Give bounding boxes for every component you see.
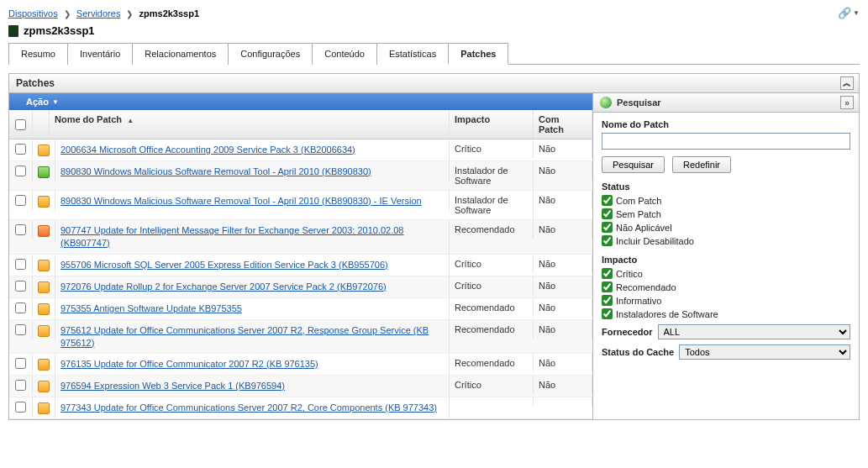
patch-patched: Não <box>534 220 592 239</box>
patch-patched: Não <box>534 255 592 273</box>
patch-impact: Recomendado <box>450 220 534 239</box>
col-header-icon <box>33 110 50 139</box>
row-checkbox[interactable] <box>15 224 26 235</box>
row-checkbox[interactable] <box>15 259 26 270</box>
patch-impact <box>450 397 534 406</box>
search-name-label: Nome do Patch <box>602 119 850 129</box>
tab-patches[interactable]: Patches <box>448 43 508 65</box>
action-label: Ação <box>26 97 49 107</box>
patch-patched: Não <box>534 276 592 295</box>
chk-recomendado-label: Recomendado <box>616 282 676 292</box>
reset-button[interactable]: Redefinir <box>672 156 731 173</box>
action-menu[interactable]: Ação ▼ <box>9 93 592 110</box>
sort-asc-icon: ▲ <box>127 117 134 124</box>
patch-name-link[interactable]: 975355 Antigen Software Update KB975355 <box>60 302 242 315</box>
patch-impact: Crítico <box>450 376 534 394</box>
chk-incluirdesab[interactable] <box>602 235 613 246</box>
patch-patched: Não <box>534 376 592 394</box>
patch-name-link[interactable]: 890830 Windows Malicious Software Remova… <box>60 166 371 178</box>
row-checkbox[interactable] <box>15 281 26 292</box>
patch-patched: Não <box>534 191 592 209</box>
patch-name-link[interactable]: 975612 Update for Office Communications … <box>60 324 444 350</box>
patch-status-icon <box>38 166 50 178</box>
patch-status-icon <box>38 325 50 337</box>
chevron-down-icon: ▼ <box>52 98 59 106</box>
patch-name-link[interactable]: 2006634 Microsoft Office Accounting 2009… <box>60 144 355 156</box>
search-name-input[interactable] <box>602 133 850 150</box>
chk-critico[interactable] <box>602 268 613 279</box>
patch-name-link[interactable]: 977343 Update for Office Communications … <box>60 402 437 414</box>
patch-status-icon <box>38 381 50 392</box>
row-checkbox[interactable] <box>15 166 26 176</box>
cache-label: Status do Cache <box>602 347 674 357</box>
chk-sempatch[interactable] <box>602 208 613 219</box>
row-checkbox[interactable] <box>15 380 26 391</box>
table-row: 907747 Update for Intelligent Message Fi… <box>9 220 592 255</box>
row-checkbox[interactable] <box>15 358 26 369</box>
patch-name-link[interactable]: 955706 Microsoft SQL Server 2005 Express… <box>60 259 388 271</box>
vendor-select[interactable]: ALL <box>658 324 850 339</box>
chk-recomendado[interactable] <box>602 281 613 292</box>
col-header-patched[interactable]: Com Patch <box>534 110 592 139</box>
tab-resumo[interactable]: Resumo <box>8 43 68 65</box>
patch-patched: Não <box>534 354 592 372</box>
search-panel-title: Pesquisar <box>617 97 661 108</box>
table-row: 976594 Expression Web 3 Service Pack 1 (… <box>9 376 592 397</box>
row-checkbox[interactable] <box>15 302 26 313</box>
patch-patched: Não <box>534 139 592 158</box>
chk-compatch-label: Com Patch <box>616 196 661 206</box>
table-row: 2006634 Microsoft Office Accounting 2009… <box>9 139 592 161</box>
tab-inventario[interactable]: Inventário <box>67 43 133 65</box>
patch-name-link[interactable]: 972076 Update Rollup 2 for Exchange Serv… <box>60 281 387 293</box>
row-checkbox[interactable] <box>15 402 26 413</box>
patch-impact: Crítico <box>450 255 534 273</box>
patch-status-icon <box>38 260 50 271</box>
table-row: 975612 Update for Office Communications … <box>9 320 592 355</box>
patch-impact: Crítico <box>450 276 534 295</box>
link-dropdown[interactable]: 🔗 ▼ <box>838 7 860 19</box>
patch-impact: Instalador de Software <box>450 191 534 219</box>
server-icon <box>8 25 18 37</box>
chk-compatch[interactable] <box>602 195 613 206</box>
patch-impact: Recomendado <box>450 320 534 339</box>
col-header-impact[interactable]: Impacto <box>450 110 534 139</box>
impact-heading: Impacto <box>602 255 850 265</box>
breadcrumb-dispositivos[interactable]: Dispositivos <box>8 8 58 18</box>
col-header-name[interactable]: Nome do Patch ▲ <box>50 110 450 139</box>
row-checkbox[interactable] <box>15 324 26 335</box>
tab-estatisticas[interactable]: Estatísticas <box>376 43 449 65</box>
page-title: zpms2k3ssp1 <box>24 24 95 37</box>
collapse-toggle[interactable]: ︽ <box>840 76 854 90</box>
status-heading: Status <box>602 181 850 192</box>
chk-informativo-label: Informativo <box>616 296 661 306</box>
chevron-up-double-icon: ︽ <box>843 77 851 89</box>
chk-sempatch-label: Sem Patch <box>616 209 661 219</box>
vendor-label: Fornecedor <box>602 327 653 337</box>
table-row: 976135 Update for Office Communicator 20… <box>9 354 592 376</box>
patch-patched: Não <box>534 320 592 339</box>
tab-configuracoes[interactable]: Configurações <box>228 43 313 65</box>
chk-naoaplicavel[interactable] <box>602 222 613 233</box>
patch-name-link[interactable]: 907747 Update for Intelligent Message Fi… <box>60 224 444 250</box>
search-button[interactable]: Pesquisar <box>602 156 665 173</box>
patch-status-icon <box>38 303 50 315</box>
patch-name-link[interactable]: 976594 Expression Web 3 Service Pack 1 (… <box>60 380 285 392</box>
expand-search-toggle[interactable]: » <box>840 96 854 109</box>
breadcrumb: Dispositivos ❯ Servidores ❯ zpms2k3ssp1 <box>8 8 199 18</box>
row-checkbox[interactable] <box>15 195 26 206</box>
patch-status-icon <box>38 145 50 156</box>
patch-name-link[interactable]: 890830 Windows Malicious Software Remova… <box>60 195 422 208</box>
patch-status-icon <box>38 359 50 371</box>
tab-relacionamentos[interactable]: Relacionamentos <box>132 43 229 65</box>
table-row: 955706 Microsoft SQL Server 2005 Express… <box>9 255 592 276</box>
select-all-cell <box>9 110 33 139</box>
select-all-checkbox[interactable] <box>15 119 26 130</box>
breadcrumb-servidores[interactable]: Servidores <box>76 8 121 18</box>
cache-select[interactable]: Todos <box>679 344 850 360</box>
chk-naoaplicavel-label: Não Aplicável <box>616 223 672 233</box>
chk-instaladores[interactable] <box>602 308 613 319</box>
tab-conteudo[interactable]: Conteúdo <box>312 43 377 65</box>
chk-informativo[interactable] <box>602 295 613 306</box>
patch-name-link[interactable]: 976135 Update for Office Communicator 20… <box>60 358 318 371</box>
row-checkbox[interactable] <box>15 144 26 155</box>
